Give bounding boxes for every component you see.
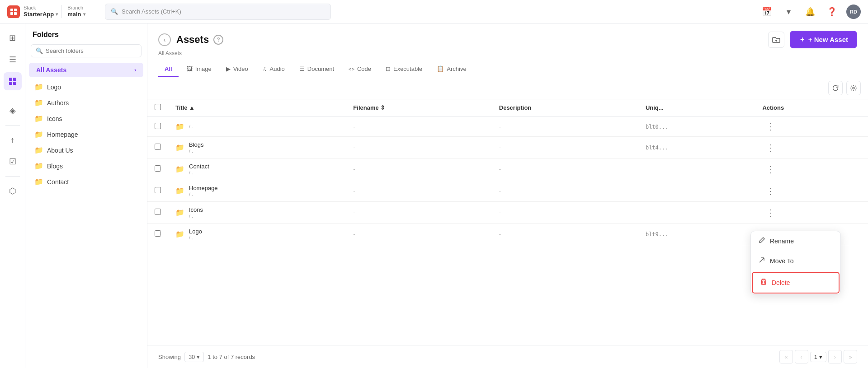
svg-rect-4 (9, 78, 12, 81)
folder-icon-row-4: 📁 (175, 208, 184, 217)
tab-image[interactable]: 🖼 Image (180, 62, 218, 77)
description-2: - (492, 158, 638, 180)
folder-item-icons[interactable]: 📁 Icons (27, 111, 145, 126)
sidebar-icon-assets[interactable] (4, 72, 22, 90)
search-folders-input[interactable] (46, 47, 137, 54)
row-checkbox-0[interactable] (155, 123, 161, 129)
row-checkbox-3[interactable] (155, 187, 161, 193)
actions-cell-2: ⋮ (755, 158, 868, 180)
actions-menu-3[interactable]: ⋮ (762, 185, 778, 197)
folder-icon-row-5: 📁 (175, 230, 184, 238)
folder-label-icons: Icons (47, 115, 62, 122)
actions-menu-1[interactable]: ⋮ (762, 142, 778, 154)
select-all-checkbox[interactable] (155, 104, 161, 110)
refresh-button[interactable] (828, 81, 843, 95)
sidebar-icon-stack[interactable]: ◈ (4, 102, 22, 120)
context-menu: Rename Move To (750, 231, 841, 295)
folders-title: Folders (25, 31, 147, 44)
tab-document[interactable]: ☰ Document (293, 62, 340, 77)
branch-name[interactable]: main ▾ (67, 11, 85, 18)
all-assets-chevron-icon: › (134, 67, 136, 73)
sidebar-icon-content[interactable]: ☑ (4, 153, 22, 171)
uid-2 (638, 158, 755, 180)
back-button[interactable]: ‹ (158, 33, 171, 46)
title-cell-2: 📁 Contact /.. (168, 158, 346, 180)
user-avatar[interactable]: RD (846, 5, 861, 19)
table-row: 📁 Contact /.. - - (147, 158, 868, 180)
sidebar-divider-3 (5, 176, 20, 177)
stack-name[interactable]: StarterApp ▾ (24, 11, 58, 18)
title-cell-1: 📁 Blogs /.. (168, 137, 346, 158)
title-name-1: Blogs (189, 141, 204, 148)
context-menu-move-to[interactable]: Move To (751, 251, 840, 271)
rename-label: Rename (770, 238, 794, 245)
header-actions: ＋ + New Asset (768, 31, 857, 48)
new-asset-button[interactable]: ＋ + New Asset (790, 31, 857, 48)
folder-action-btn[interactable] (768, 32, 784, 48)
calendar-icon-btn[interactable]: 📅 (760, 5, 774, 19)
path-0: /.. (189, 124, 193, 129)
table-row: 📁 Icons /.. - - (147, 202, 868, 224)
tab-video[interactable]: ▶ Video (220, 62, 255, 77)
help-circle-icon[interactable]: ? (213, 35, 223, 45)
folder-icon-row-0: 📁 (175, 122, 184, 131)
actions-column-header: Actions (755, 99, 868, 116)
actions-menu-2[interactable]: ⋮ (762, 163, 778, 175)
uid-5: blt9... (638, 224, 755, 245)
tab-code[interactable]: <> Code (342, 62, 377, 77)
per-page-select[interactable]: 30 ▾ (184, 352, 204, 362)
all-assets-item[interactable]: All Assets › (29, 63, 143, 77)
icon-sidebar: ⊞ ☰ ◈ ↑ ☑ ⬡ (0, 23, 25, 368)
folder-item-blogs[interactable]: 📁 Blogs (27, 158, 145, 174)
tab-archive[interactable]: 📋 Archive (430, 62, 472, 77)
title-cell-3: 📁 Homepage /.. (168, 180, 346, 202)
folder-item-authors[interactable]: 📁 Authors (27, 95, 145, 111)
folder-item-homepage[interactable]: 📁 Homepage (27, 126, 145, 142)
actions-menu-4[interactable]: ⋮ (762, 207, 778, 219)
folder-item-logo[interactable]: 📁 Logo (27, 79, 145, 95)
row-checkbox-5[interactable] (155, 230, 161, 237)
filename-4: - (346, 202, 491, 224)
title-column-header[interactable]: Title ▲ (168, 99, 346, 116)
help-icon-btn[interactable]: ❓ (825, 5, 839, 19)
bell-icon-btn[interactable]: 🔔 (803, 5, 817, 19)
delete-label: Delete (772, 279, 790, 286)
description-5: - (492, 224, 638, 245)
sidebar-icon-grid[interactable]: ⊞ (4, 29, 22, 47)
search-folders-container[interactable]: 🔍 (31, 44, 142, 57)
svg-rect-5 (13, 78, 16, 81)
title-cell-4: 📁 Icons /.. (168, 202, 346, 224)
sidebar-icon-layout[interactable]: ☰ (4, 51, 22, 69)
row-checkbox-2[interactable] (155, 165, 161, 172)
svg-rect-7 (13, 82, 16, 85)
row-checkbox-4[interactable] (155, 209, 161, 215)
first-page-button[interactable]: « (779, 350, 793, 363)
tab-executable[interactable]: ⊡ Executable (379, 62, 429, 77)
context-menu-rename[interactable]: Rename (751, 231, 840, 251)
last-page-button[interactable]: » (844, 350, 857, 363)
row-checkbox-1[interactable] (155, 144, 161, 150)
tab-all[interactable]: All (158, 62, 179, 77)
stack-chevron-icon: ▾ (56, 12, 58, 17)
actions-menu-0[interactable]: ⋮ (762, 121, 778, 132)
executable-tab-icon: ⊡ (386, 65, 391, 72)
sidebar-icon-nodes[interactable]: ⬡ (4, 182, 22, 200)
folder-item-about[interactable]: 📁 About Us (27, 142, 145, 158)
tab-audio[interactable]: ♫ Audio (256, 62, 291, 77)
search-bar[interactable]: 🔍 Search Assets (Ctrl+K) (105, 4, 331, 20)
search-placeholder: Search Assets (Ctrl+K) (122, 8, 181, 15)
uid-3 (638, 180, 755, 202)
assets-table: Title ▲ Filename ⇕ Description Uniq... A… (147, 99, 868, 245)
filename-column-header[interactable]: Filename ⇕ (346, 99, 491, 116)
context-menu-delete[interactable]: Delete (752, 272, 840, 293)
prev-page-button[interactable]: ‹ (795, 350, 808, 363)
svg-rect-2 (10, 12, 13, 15)
folder-icon-homepage: 📁 (34, 130, 43, 139)
actions-cell-1: ⋮ (755, 137, 868, 158)
new-asset-label: + New Asset (808, 36, 848, 43)
next-page-button[interactable]: › (828, 350, 842, 363)
sidebar-icon-upload[interactable]: ↑ (4, 131, 22, 149)
folder-item-contact[interactable]: 📁 Contact (27, 174, 145, 190)
settings-button[interactable] (846, 81, 861, 95)
chevron-down-icon-btn[interactable]: ▾ (781, 5, 796, 19)
